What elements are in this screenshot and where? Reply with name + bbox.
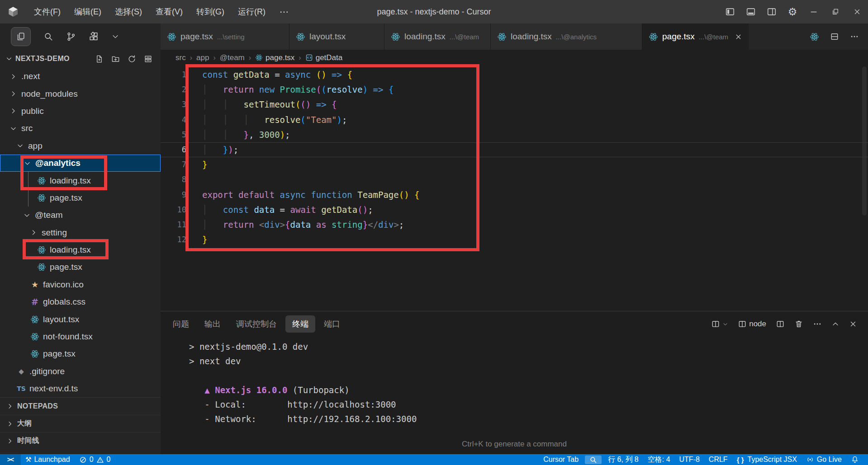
menu-item-e[interactable]: 编辑(E): [67, 0, 108, 23]
close-panel-button[interactable]: [849, 320, 857, 328]
react-icon[interactable]: [810, 32, 819, 42]
symbol-icon: [305, 54, 313, 61]
code-editor[interactable]: 1const getData = async () => {2│ return …: [161, 66, 868, 334]
tree-item-.next[interactable]: .next: [0, 68, 161, 85]
activity-item-git-branch[interactable]: [66, 32, 76, 42]
panel-tab-端口[interactable]: 端口: [317, 315, 347, 333]
terminal-node-button[interactable]: node: [738, 319, 766, 329]
eol-indicator-button[interactable]: CRLF: [704, 454, 732, 465]
menu-item-v[interactable]: 查看(V): [149, 0, 190, 23]
remote-indicator-button[interactable]: ><: [0, 454, 21, 465]
split-terminal-button[interactable]: [776, 319, 785, 329]
tab-loading.tsx-@analytics[interactable]: loading.tsx...\@analytics: [491, 23, 642, 50]
maximize-panel-button[interactable]: [831, 320, 840, 328]
menu-more-button[interactable]: ⋯: [272, 6, 297, 17]
explorer-header: NEXTJS-DEMO: [0, 50, 161, 68]
new-file-button[interactable]: [95, 55, 104, 63]
cursor-tab-button[interactable]: Cursor Tab: [539, 454, 583, 465]
layout-right-icon: [767, 7, 777, 17]
tree-item-layout.tsx[interactable]: layout.tsx: [0, 310, 161, 328]
toggle-panel-button[interactable]: [740, 0, 761, 23]
tab-page.tsx-@team[interactable]: page.tsx...\@team: [642, 23, 749, 50]
breadcrumb-item-src[interactable]: src: [175, 53, 186, 62]
window-restore-button[interactable]: [825, 0, 846, 23]
more-actions-button[interactable]: [850, 32, 859, 41]
close-icon[interactable]: [735, 33, 742, 41]
breadcrumb-item-@team[interactable]: @team: [220, 53, 245, 62]
menu-item-g[interactable]: 转到(G): [190, 0, 231, 23]
zoom-indicator-button[interactable]: [585, 456, 602, 464]
menu-item-f[interactable]: 文件(F): [27, 0, 67, 23]
menu-item-s[interactable]: 选择(S): [108, 0, 149, 23]
tree-item-setting[interactable]: setting: [0, 224, 161, 241]
toggle-sidebar-button[interactable]: [720, 0, 740, 23]
collapse-all-button[interactable]: [144, 55, 152, 63]
launch-profile-dropdown-button[interactable]: [711, 319, 728, 329]
notifications-bell-button[interactable]: [846, 454, 863, 465]
window-minimize-button[interactable]: [803, 0, 825, 23]
problems-indicator-button[interactable]: 00: [75, 454, 115, 465]
sidebar-section-大纲[interactable]: 大纲: [0, 415, 161, 432]
indentation-indicator-button[interactable]: 空格: 4: [643, 454, 675, 465]
editor-scrollbar[interactable]: [862, 66, 867, 216]
tree-item-not-found.tsx[interactable]: not-found.tsx: [0, 328, 161, 345]
breadcrumb-item-page.tsx[interactable]: page.tsx: [255, 53, 294, 62]
tree-item-loading.tsx[interactable]: loading.tsx: [0, 241, 161, 258]
tree-item-.gitignore[interactable]: ◆.gitignore: [0, 363, 161, 380]
tree-item-node_modules[interactable]: node_modules: [0, 85, 161, 102]
go-live-button[interactable]: Go Live: [802, 454, 846, 465]
breadcrumb-item-app[interactable]: app: [196, 53, 209, 62]
launchpad-button[interactable]: ⚒Launchpad: [21, 454, 75, 465]
toggle-secondary-sidebar-button[interactable]: [761, 0, 782, 23]
tree-item-page.tsx[interactable]: page.tsx: [0, 258, 161, 276]
encoding-indicator-button[interactable]: UTF-8: [675, 454, 704, 465]
tab-layout.tsx[interactable]: layout.tsx: [289, 23, 384, 50]
panel-more-actions-button[interactable]: [813, 319, 822, 329]
status-right: Cursor Tab行 6, 列 8空格: 4UTF-8CRLF{ }TypeS…: [539, 454, 868, 465]
split-editor-button[interactable]: [830, 32, 839, 41]
tree-item-page.tsx[interactable]: page.tsx: [0, 189, 161, 207]
tab-dirname: ...\@analytics: [556, 33, 597, 41]
activity-item-pages[interactable]: [11, 27, 31, 46]
sidebar-section-NOTEPADS[interactable]: NOTEPADS: [0, 397, 161, 414]
tree-item-loading.tsx[interactable]: loading.tsx: [0, 172, 161, 189]
tab-page.tsx-setting[interactable]: page.tsx...\setting: [161, 23, 289, 50]
panel-tab-调试控制台[interactable]: 调试控制台: [229, 315, 284, 333]
tree-item-@team[interactable]: @team: [0, 207, 161, 224]
code-line-9: 9export default async function TeamPage(…: [161, 188, 868, 202]
chevron-right-icon: [8, 90, 18, 98]
breadcrumb-item-getData[interactable]: getData: [305, 53, 343, 62]
settings-gear-button[interactable]: ⚙: [782, 0, 803, 23]
tree-item-page.tsx[interactable]: page.tsx: [0, 345, 161, 362]
breadcrumb[interactable]: src›app›@team›page.tsx›getData: [161, 50, 868, 66]
tree-item-favicon.ico[interactable]: ★favicon.ico: [0, 276, 161, 293]
menu-item-r[interactable]: 运行(R): [231, 0, 272, 23]
tree-item-next-env.d.ts[interactable]: TSnext-env.d.ts: [0, 380, 161, 397]
sidebar-section-时间线[interactable]: 时间线: [0, 432, 161, 449]
tab-loading.tsx-@team[interactable]: loading.tsx...\@team: [384, 23, 491, 50]
tree-item-globals.css[interactable]: #globals.css: [0, 293, 161, 310]
layout-bottom-icon: [746, 7, 756, 17]
panel-tab-问题[interactable]: 问题: [166, 315, 196, 333]
tree-item-label: loading.tsx: [50, 176, 91, 186]
chevron-down-icon[interactable]: [5, 55, 13, 62]
tree-item-@analytics[interactable]: @analytics: [0, 155, 161, 172]
line-col-indicator-button[interactable]: 行 6, 列 8: [603, 454, 643, 465]
language-mode-button[interactable]: { }TypeScript JSX: [732, 454, 802, 465]
chevron-right-icon: [8, 73, 18, 80]
activity-item-search[interactable]: [43, 32, 53, 42]
tree-item-public[interactable]: public: [0, 103, 161, 120]
terminal-output[interactable]: > nextjs-demo@0.1.0 dev> next dev ▲ Next…: [189, 339, 417, 426]
tree-item-label: .gitignore: [29, 366, 65, 376]
new-folder-button[interactable]: [111, 55, 120, 63]
activity-item-chevron-down[interactable]: [111, 33, 119, 41]
window-close-button[interactable]: [846, 0, 868, 23]
layout-left-icon: [725, 7, 735, 17]
activity-item-extensions[interactable]: [89, 32, 99, 42]
tree-item-src[interactable]: src: [0, 120, 161, 137]
kill-terminal-button[interactable]: [794, 319, 803, 329]
refresh-button[interactable]: [128, 55, 136, 63]
panel-tab-输出[interactable]: 输出: [198, 315, 228, 333]
tree-item-app[interactable]: app: [0, 137, 161, 155]
panel-tab-终端[interactable]: 终端: [285, 315, 315, 333]
